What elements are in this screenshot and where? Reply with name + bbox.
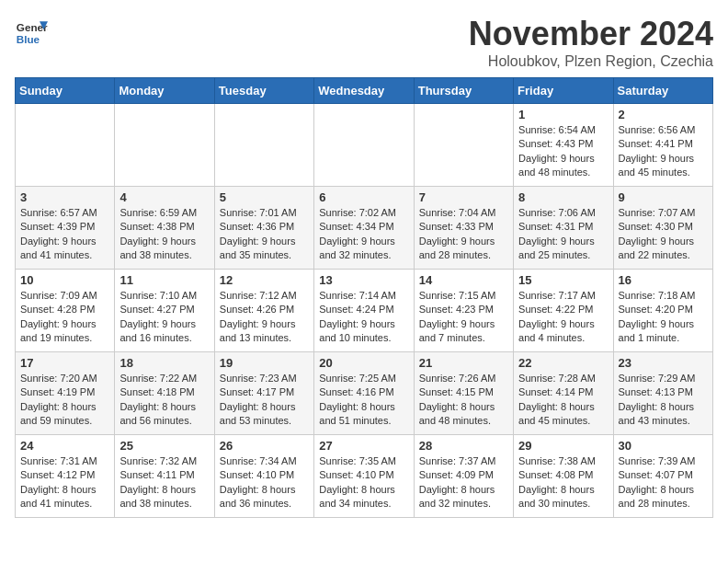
calendar-cell: 18Sunrise: 7:22 AM Sunset: 4:18 PM Dayli… bbox=[115, 352, 214, 435]
calendar-cell: 8Sunrise: 7:06 AM Sunset: 4:31 PM Daylig… bbox=[514, 187, 613, 270]
calendar-cell bbox=[16, 104, 115, 187]
header-day-tuesday: Tuesday bbox=[214, 78, 313, 104]
day-info: Sunrise: 7:17 AM Sunset: 4:22 PM Dayligh… bbox=[518, 289, 608, 346]
header-day-sunday: Sunday bbox=[16, 78, 115, 104]
day-info: Sunrise: 7:35 AM Sunset: 4:10 PM Dayligh… bbox=[319, 454, 408, 511]
calendar-cell: 4Sunrise: 6:59 AM Sunset: 4:38 PM Daylig… bbox=[115, 187, 214, 270]
header-day-wednesday: Wednesday bbox=[314, 78, 414, 104]
calendar-cell: 26Sunrise: 7:34 AM Sunset: 4:10 PM Dayli… bbox=[214, 435, 313, 518]
day-info: Sunrise: 7:28 AM Sunset: 4:14 PM Dayligh… bbox=[518, 372, 608, 429]
calendar-cell: 24Sunrise: 7:31 AM Sunset: 4:12 PM Dayli… bbox=[16, 435, 115, 518]
day-info: Sunrise: 7:31 AM Sunset: 4:12 PM Dayligh… bbox=[20, 454, 109, 511]
calendar-cell: 25Sunrise: 7:32 AM Sunset: 4:11 PM Dayli… bbox=[115, 435, 214, 518]
calendar-cell bbox=[414, 104, 513, 187]
day-number: 30 bbox=[619, 439, 708, 453]
day-number: 12 bbox=[220, 273, 309, 287]
day-number: 20 bbox=[319, 356, 408, 370]
main-title: November 2024 bbox=[469, 15, 713, 53]
day-info: Sunrise: 7:15 AM Sunset: 4:23 PM Dayligh… bbox=[419, 289, 508, 346]
day-info: Sunrise: 7:34 AM Sunset: 4:10 PM Dayligh… bbox=[220, 454, 309, 511]
calendar-cell: 5Sunrise: 7:01 AM Sunset: 4:36 PM Daylig… bbox=[214, 187, 313, 270]
day-info: Sunrise: 7:12 AM Sunset: 4:26 PM Dayligh… bbox=[220, 289, 309, 346]
logo: General Blue bbox=[15, 15, 48, 48]
day-number: 26 bbox=[220, 439, 309, 453]
calendar-cell: 17Sunrise: 7:20 AM Sunset: 4:19 PM Dayli… bbox=[16, 352, 115, 435]
day-number: 21 bbox=[419, 356, 508, 370]
header-day-thursday: Thursday bbox=[414, 78, 513, 104]
day-info: Sunrise: 7:04 AM Sunset: 4:33 PM Dayligh… bbox=[419, 206, 508, 263]
calendar-cell: 29Sunrise: 7:38 AM Sunset: 4:08 PM Dayli… bbox=[514, 435, 613, 518]
title-block: November 2024 Holoubkov, Plzen Region, C… bbox=[469, 15, 713, 70]
day-info: Sunrise: 7:18 AM Sunset: 4:20 PM Dayligh… bbox=[619, 289, 708, 346]
day-number: 19 bbox=[220, 356, 309, 370]
day-info: Sunrise: 7:02 AM Sunset: 4:34 PM Dayligh… bbox=[319, 206, 408, 263]
calendar-table: SundayMondayTuesdayWednesdayThursdayFrid… bbox=[15, 77, 713, 518]
calendar-cell: 23Sunrise: 7:29 AM Sunset: 4:13 PM Dayli… bbox=[613, 352, 712, 435]
calendar-cell: 3Sunrise: 6:57 AM Sunset: 4:39 PM Daylig… bbox=[16, 187, 115, 270]
week-row-5: 24Sunrise: 7:31 AM Sunset: 4:12 PM Dayli… bbox=[16, 435, 713, 518]
svg-text:Blue: Blue bbox=[17, 33, 40, 45]
day-number: 7 bbox=[419, 190, 508, 204]
day-number: 5 bbox=[220, 190, 309, 204]
week-row-1: 1Sunrise: 6:54 AM Sunset: 4:43 PM Daylig… bbox=[16, 104, 713, 187]
header-row: SundayMondayTuesdayWednesdayThursdayFrid… bbox=[16, 78, 713, 104]
day-info: Sunrise: 7:39 AM Sunset: 4:07 PM Dayligh… bbox=[619, 454, 708, 511]
day-info: Sunrise: 7:23 AM Sunset: 4:17 PM Dayligh… bbox=[220, 372, 309, 429]
day-info: Sunrise: 7:14 AM Sunset: 4:24 PM Dayligh… bbox=[319, 289, 408, 346]
calendar-cell: 14Sunrise: 7:15 AM Sunset: 4:23 PM Dayli… bbox=[414, 270, 513, 352]
calendar-cell: 28Sunrise: 7:37 AM Sunset: 4:09 PM Dayli… bbox=[414, 435, 513, 518]
day-number: 25 bbox=[119, 439, 209, 453]
calendar-cell: 11Sunrise: 7:10 AM Sunset: 4:27 PM Dayli… bbox=[115, 270, 214, 352]
day-info: Sunrise: 7:38 AM Sunset: 4:08 PM Dayligh… bbox=[518, 454, 608, 511]
day-info: Sunrise: 7:09 AM Sunset: 4:28 PM Dayligh… bbox=[20, 289, 109, 346]
day-number: 3 bbox=[20, 190, 109, 204]
day-info: Sunrise: 6:56 AM Sunset: 4:41 PM Dayligh… bbox=[619, 123, 708, 180]
day-number: 27 bbox=[319, 439, 408, 453]
calendar-cell: 2Sunrise: 6:56 AM Sunset: 4:41 PM Daylig… bbox=[613, 104, 712, 187]
calendar-cell: 9Sunrise: 7:07 AM Sunset: 4:30 PM Daylig… bbox=[613, 187, 712, 270]
day-number: 9 bbox=[619, 190, 708, 204]
day-number: 18 bbox=[119, 356, 209, 370]
day-number: 17 bbox=[20, 356, 109, 370]
day-info: Sunrise: 7:10 AM Sunset: 4:27 PM Dayligh… bbox=[119, 289, 209, 346]
day-number: 13 bbox=[319, 273, 408, 287]
calendar-cell bbox=[214, 104, 313, 187]
header-day-saturday: Saturday bbox=[613, 78, 712, 104]
day-number: 10 bbox=[20, 273, 109, 287]
day-number: 23 bbox=[619, 356, 708, 370]
day-number: 28 bbox=[419, 439, 508, 453]
logo-icon: General Blue bbox=[15, 15, 48, 48]
calendar-cell: 1Sunrise: 6:54 AM Sunset: 4:43 PM Daylig… bbox=[514, 104, 613, 187]
calendar-cell: 30Sunrise: 7:39 AM Sunset: 4:07 PM Dayli… bbox=[613, 435, 712, 518]
day-number: 15 bbox=[518, 273, 608, 287]
calendar-cell: 12Sunrise: 7:12 AM Sunset: 4:26 PM Dayli… bbox=[214, 270, 313, 352]
calendar-cell bbox=[314, 104, 414, 187]
calendar-cell bbox=[115, 104, 214, 187]
day-info: Sunrise: 7:01 AM Sunset: 4:36 PM Dayligh… bbox=[220, 206, 309, 263]
header-day-monday: Monday bbox=[115, 78, 214, 104]
day-number: 14 bbox=[419, 273, 508, 287]
week-row-2: 3Sunrise: 6:57 AM Sunset: 4:39 PM Daylig… bbox=[16, 187, 713, 270]
day-info: Sunrise: 7:29 AM Sunset: 4:13 PM Dayligh… bbox=[619, 372, 708, 429]
day-info: Sunrise: 7:20 AM Sunset: 4:19 PM Dayligh… bbox=[20, 372, 109, 429]
calendar-cell: 15Sunrise: 7:17 AM Sunset: 4:22 PM Dayli… bbox=[514, 270, 613, 352]
calendar-cell: 19Sunrise: 7:23 AM Sunset: 4:17 PM Dayli… bbox=[214, 352, 313, 435]
day-info: Sunrise: 7:06 AM Sunset: 4:31 PM Dayligh… bbox=[518, 206, 608, 263]
calendar-cell: 27Sunrise: 7:35 AM Sunset: 4:10 PM Dayli… bbox=[314, 435, 414, 518]
day-number: 16 bbox=[619, 273, 708, 287]
subtitle: Holoubkov, Plzen Region, Czechia bbox=[469, 53, 713, 70]
day-info: Sunrise: 6:57 AM Sunset: 4:39 PM Dayligh… bbox=[20, 206, 109, 263]
day-info: Sunrise: 7:32 AM Sunset: 4:11 PM Dayligh… bbox=[119, 454, 209, 511]
week-row-3: 10Sunrise: 7:09 AM Sunset: 4:28 PM Dayli… bbox=[16, 270, 713, 352]
day-number: 24 bbox=[20, 439, 109, 453]
week-row-4: 17Sunrise: 7:20 AM Sunset: 4:19 PM Dayli… bbox=[16, 352, 713, 435]
day-number: 6 bbox=[319, 190, 408, 204]
day-number: 4 bbox=[119, 190, 209, 204]
day-number: 11 bbox=[119, 273, 209, 287]
day-number: 2 bbox=[619, 108, 708, 121]
day-number: 1 bbox=[518, 108, 608, 121]
calendar-header: SundayMondayTuesdayWednesdayThursdayFrid… bbox=[16, 78, 713, 104]
header-day-friday: Friday bbox=[514, 78, 613, 104]
day-number: 22 bbox=[518, 356, 608, 370]
day-info: Sunrise: 7:26 AM Sunset: 4:15 PM Dayligh… bbox=[419, 372, 508, 429]
